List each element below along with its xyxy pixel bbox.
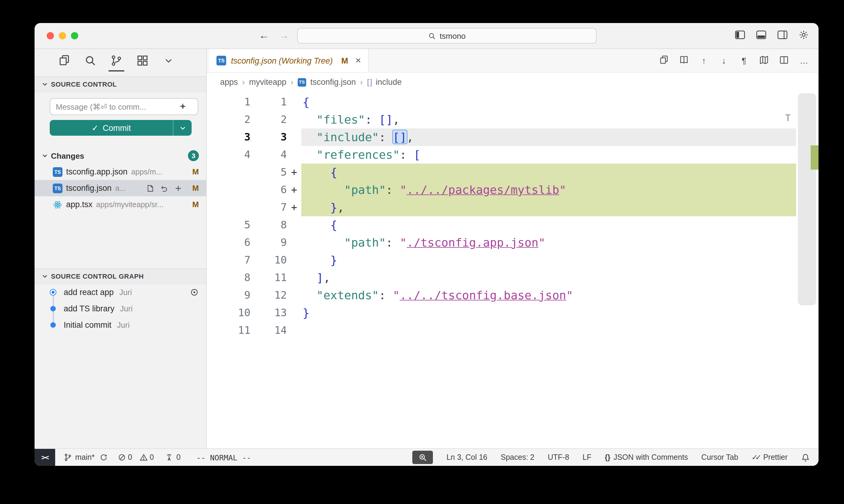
code-line-7[interactable]: 7+ },: [207, 199, 819, 216]
code-line-5[interactable]: 5+ {: [207, 164, 819, 181]
indentation-indicator[interactable]: Spaces: 2: [501, 453, 534, 462]
next-change-icon[interactable]: ↓: [719, 56, 729, 66]
code-line-2[interactable]: 22 "files": [],: [207, 111, 819, 128]
goto-ref-icon[interactable]: [190, 288, 199, 297]
ts-file-icon: TS: [217, 56, 226, 66]
open-preview-icon[interactable]: [679, 55, 689, 66]
breadcrumb-apps[interactable]: apps: [220, 77, 238, 87]
notifications-bell[interactable]: [801, 453, 810, 462]
source-control-graph-header[interactable]: SOURCE CONTROL GRAPH: [35, 268, 206, 284]
scm-file-row-app.tsx[interactable]: app.tsxapps/myviteapp/sr...M: [35, 196, 206, 213]
tab-tsconfig-working-tree[interactable]: TS tsconfig.json (Working Tree) M ×: [209, 49, 369, 72]
array-symbol-icon: [ ]: [367, 78, 372, 86]
code-text: {: [302, 164, 796, 181]
old-line-number: 2: [207, 111, 251, 128]
commit-row-add-TS-library[interactable]: add TS libraryJuri: [35, 301, 206, 317]
encoding-indicator[interactable]: UTF-8: [548, 453, 569, 462]
breadcrumb-include[interactable]: include: [376, 77, 402, 87]
commit-message-input[interactable]: [50, 98, 198, 115]
ports-indicator[interactable]: 0: [165, 453, 181, 462]
discard-changes-icon[interactable]: [160, 184, 169, 192]
code-line-1[interactable]: 11{: [207, 93, 819, 111]
gear-icon[interactable]: [798, 30, 809, 42]
formatter-name: Prettier: [763, 453, 788, 462]
zoom-indicator[interactable]: [413, 451, 433, 464]
commit-author: Juri: [120, 304, 133, 313]
commit-dropdown-button[interactable]: [173, 120, 192, 136]
breadcrumb-separator: ›: [291, 77, 293, 87]
error-count: 0: [128, 453, 132, 462]
new-line-number: 14: [251, 322, 287, 339]
commit-row-Initial-commit[interactable]: Initial commitJuri: [35, 317, 206, 333]
open-file-icon[interactable]: [146, 184, 155, 192]
toggle-primary-sidebar-icon[interactable]: [735, 30, 745, 41]
code-line-9[interactable]: 69 "path": "./tsconfig.app.json": [207, 234, 819, 251]
sparkle-icon[interactable]: [179, 102, 187, 113]
code-line-10[interactable]: 710 }: [207, 251, 819, 269]
search-icon: [428, 32, 436, 40]
zoom-window-button[interactable]: [71, 32, 78, 39]
stage-changes-icon[interactable]: [174, 184, 183, 192]
map-icon[interactable]: [759, 55, 769, 66]
minimize-window-button[interactable]: [59, 32, 66, 39]
scrollbar-slider[interactable]: [798, 93, 816, 305]
activity-bar: [35, 49, 206, 72]
search-icon[interactable]: [84, 53, 97, 69]
commit-row-add-react-app[interactable]: add react appJuri: [35, 284, 206, 301]
code-line-12[interactable]: 912 "extends": "../../tsconfig.base.json…: [207, 287, 819, 304]
source-control-title: SOURCE CONTROL: [51, 80, 117, 88]
diff-added-marker: +: [287, 199, 302, 216]
language-indicator[interactable]: {} JSON with Comments: [605, 453, 688, 462]
command-center[interactable]: tsmono: [297, 28, 597, 43]
code-text: {: [302, 216, 796, 234]
more-actions-icon[interactable]: …: [799, 56, 809, 66]
split-editor-icon[interactable]: [779, 55, 789, 66]
code-line-3[interactable]: 33 "include": [],: [207, 128, 819, 146]
cursor-position[interactable]: Ln 3, Col 16: [447, 453, 487, 462]
breadcrumb-tsconfig[interactable]: tsconfig.json: [310, 77, 356, 87]
commit-graph-list: add react appJuriadd TS libraryJuriIniti…: [35, 284, 206, 333]
branch-indicator[interactable]: main*: [64, 453, 94, 462]
problems-indicator[interactable]: 0 0: [118, 453, 159, 462]
toggle-secondary-sidebar-icon[interactable]: [777, 30, 788, 41]
changes-section-header[interactable]: Changes 3: [35, 148, 206, 164]
diff-added-marker: [287, 251, 302, 269]
source-control-icon[interactable]: [110, 53, 123, 69]
remote-indicator[interactable]: ><: [35, 449, 55, 466]
command-center-text: tsmono: [440, 31, 465, 40]
close-icon[interactable]: ×: [355, 55, 361, 66]
code-line-8[interactable]: 58 {: [207, 216, 819, 234]
more-views-chevron-icon[interactable]: [162, 53, 175, 69]
back-icon[interactable]: ←: [259, 30, 269, 42]
traffic-lights: [47, 32, 78, 39]
scm-file-row-tsconfig.app.json[interactable]: TStsconfig.app.jsonapps/m...M: [35, 164, 206, 180]
sync-button[interactable]: [100, 453, 108, 462]
code-line-11[interactable]: 811 ],: [207, 269, 819, 287]
formatter-indicator[interactable]: ✓✓ Prettier: [752, 453, 788, 462]
code-line-6[interactable]: 6+ "path": "../../packages/mytslib": [207, 181, 819, 199]
close-window-button[interactable]: [47, 32, 54, 39]
old-line-number: [207, 181, 251, 199]
code-line-4[interactable]: 44 "references": [: [207, 146, 819, 164]
toggle-panel-icon[interactable]: [756, 30, 767, 41]
explorer-icon[interactable]: [57, 53, 71, 69]
render-whitespace-icon[interactable]: ¶: [739, 56, 749, 66]
extensions-icon[interactable]: [136, 53, 149, 69]
open-changes-icon[interactable]: [659, 55, 669, 66]
code-line-14[interactable]: 1114: [207, 322, 819, 339]
code-editor[interactable]: 11{22 "files": [],33 "include": [],44 "r…: [207, 91, 819, 448]
forward-icon[interactable]: →: [279, 30, 289, 42]
new-line-number: 10: [251, 251, 287, 269]
source-control-header[interactable]: SOURCE CONTROL: [35, 76, 206, 92]
code-line-13[interactable]: 1013}: [207, 304, 819, 322]
scm-file-row-tsconfig.json[interactable]: TStsconfig.jsona...M: [35, 180, 206, 196]
cursor-tab-indicator[interactable]: Cursor Tab: [701, 453, 738, 462]
new-line-number: 1: [251, 93, 287, 111]
previous-change-icon[interactable]: ↑: [699, 56, 709, 66]
commit-author: Juri: [117, 321, 130, 329]
ports-count: 0: [176, 453, 181, 462]
commit-button[interactable]: ✓ Commit: [50, 120, 173, 136]
remote-glyph: ><: [41, 453, 49, 462]
eol-indicator[interactable]: LF: [583, 453, 591, 462]
breadcrumb-myviteapp[interactable]: myviteapp: [249, 77, 287, 87]
